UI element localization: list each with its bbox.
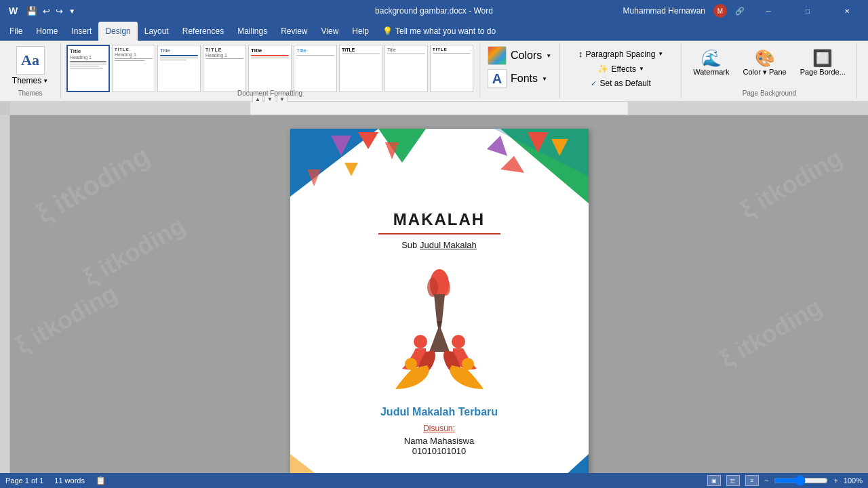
tab-references[interactable]: References: [176, 22, 231, 41]
theme-thumb-9[interactable]: TITLE: [430, 45, 473, 92]
maximize-button[interactable]: □: [792, 0, 823, 22]
tab-review[interactable]: Review: [274, 22, 314, 41]
tab-layout[interactable]: Layout: [138, 22, 176, 41]
theme-thumb-1[interactable]: Title Heading 1: [66, 45, 110, 92]
ribbon-group-colors-fonts: Colors ▼ A Fonts ▼: [479, 43, 560, 98]
themes-button[interactable]: Aa Themes ▼: [5, 45, 55, 87]
check-icon: ✓: [591, 79, 597, 88]
page-borders-button[interactable]: 🔲 Page Borde...: [795, 46, 851, 79]
undo-icon[interactable]: ↩: [43, 6, 50, 16]
status-left: Page 1 of 1 11 words 📋: [5, 476, 106, 485]
watermark-label: Watermark: [693, 68, 729, 76]
paragraph-spacing-label: Paragraph Spacing: [586, 49, 656, 59]
spelling-icon[interactable]: 📋: [96, 476, 106, 485]
colors-dropdown-icon: ▼: [546, 53, 551, 59]
effects-icon: ✨: [597, 64, 608, 74]
torch-svg: [378, 264, 500, 392]
theme-thumb-8[interactable]: Title: [384, 45, 428, 92]
doc-subtitle: Sub Judul Makalah: [317, 240, 561, 250]
ribbon-group-page-bg: 🌊 Watermark 🎨 Color ▾ Pane 🔲 Page Borde.…: [682, 43, 857, 98]
tab-home[interactable]: Home: [29, 22, 64, 41]
themes-group-label: Themes: [18, 89, 42, 97]
document-page: MAKALAH Sub Judul Makalah: [290, 129, 589, 473]
theme-thumb-3[interactable]: Title: [157, 45, 201, 92]
colors-icon: [488, 46, 507, 65]
watermark-bg-4: ξ itkoding: [736, 143, 848, 224]
zoom-slider[interactable]: [774, 475, 828, 486]
status-bar: Page 1 of 1 11 words 📋 ▣ ⊟ ≡ − + 100%: [0, 473, 868, 488]
svg-marker-28: [429, 325, 450, 352]
lightbulb-icon: 💡: [382, 26, 393, 36]
ruler-left: [0, 102, 10, 115]
username: Muhammad Hernawan: [623, 6, 705, 16]
page-color-label: Color ▾ Pane: [743, 68, 787, 77]
tell-label: Tell me what you want to do: [395, 26, 496, 36]
zoom-out-btn[interactable]: −: [764, 476, 768, 485]
zoom-in-btn[interactable]: +: [833, 476, 837, 485]
tab-view[interactable]: View: [315, 22, 346, 41]
ruler-main: [10, 102, 868, 115]
title-bar-center: background gambar.docx - Word: [375, 6, 493, 16]
theme-thumb-6[interactable]: Title: [294, 45, 337, 92]
page-borders-label: Page Borde...: [800, 68, 846, 76]
themes-label: Themes: [12, 76, 41, 85]
paragraph-spacing-button[interactable]: ↕ Paragraph Spacing ▼: [577, 47, 665, 60]
svg-rect-1: [10, 102, 250, 115]
ruler-svg: [10, 102, 868, 115]
ruler: [0, 102, 868, 115]
theme-thumb-5[interactable]: Title: [248, 45, 292, 92]
title-underline: [378, 233, 500, 235]
effects-button[interactable]: ✨ Effects ▼: [596, 62, 645, 75]
main-area: ξ itkoding ξ itkoding ξ itkoding ξ itkod…: [0, 115, 868, 473]
document-content: MAKALAH Sub Judul Makalah: [290, 129, 589, 473]
page-color-icon: 🎨: [755, 49, 775, 68]
fonts-icon: A: [488, 69, 507, 88]
logo-area: [378, 264, 500, 392]
tab-tell[interactable]: 💡 Tell me what you want to do: [376, 22, 502, 41]
tab-design[interactable]: Design: [98, 22, 137, 41]
minimize-button[interactable]: ─: [753, 0, 784, 22]
theme-thumb-4[interactable]: TITLE Heading 1: [203, 45, 246, 92]
watermark-button[interactable]: 🌊 Watermark: [688, 46, 734, 79]
svg-point-29: [414, 335, 427, 348]
page-bg-group-label: Page Background: [743, 89, 797, 97]
title-bar: W 💾 ↩ ↪ ▼ background gambar.docx - Word …: [0, 0, 868, 22]
document-canvas[interactable]: ξ itkoding ξ itkoding ξ itkoding ξ itkod…: [10, 115, 868, 473]
page-borders-icon: 🔲: [812, 49, 833, 68]
redo-icon[interactable]: ↪: [56, 6, 63, 16]
tab-help[interactable]: Help: [345, 22, 376, 41]
theme-thumb-7[interactable]: TITLE: [339, 45, 382, 92]
svg-rect-2: [628, 102, 868, 115]
svg-point-25: [442, 279, 450, 296]
word-count: 11 words: [54, 476, 85, 485]
doc-title: MAKALAH: [317, 210, 561, 229]
close-button[interactable]: ✕: [831, 0, 863, 22]
theme-thumb-2[interactable]: TITLE Heading 1: [112, 45, 155, 92]
web-layout-btn[interactable]: ⊟: [726, 475, 740, 486]
theme-thumbnails: Title Heading 1 TITLE Heading 1 Title: [66, 45, 473, 92]
tab-mailings[interactable]: Mailings: [231, 22, 274, 41]
themes-aa-icon: Aa: [21, 52, 39, 69]
themes-dropdown-icon: ▼: [43, 78, 48, 84]
set-default-button[interactable]: ✓ Set as Default: [589, 77, 652, 89]
page-color-button[interactable]: 🎨 Color ▾ Pane: [738, 46, 792, 79]
paragraph-spacing-dropdown-icon: ▼: [658, 51, 663, 57]
ribbon-tabs: File Home Insert Design Layout Reference…: [0, 22, 868, 41]
tab-file[interactable]: File: [3, 22, 29, 41]
paragraph-spacing-icon: ↕: [578, 49, 583, 59]
quicksave-icon[interactable]: 💾: [26, 6, 37, 16]
customize-icon[interactable]: ▼: [68, 7, 75, 15]
word-icon: W: [5, 4, 21, 18]
watermark-bg-3: ξ itkoding: [11, 279, 123, 359]
watermark-icon: 🌊: [701, 49, 722, 68]
watermark-bg-5: ξ itkoding: [715, 292, 827, 373]
colors-button[interactable]: Colors ▼: [485, 45, 554, 66]
tab-insert[interactable]: Insert: [64, 22, 98, 41]
read-mode-btn[interactable]: ≡: [745, 475, 759, 486]
watermark-bg-1: ξ itkoding: [31, 140, 155, 229]
fonts-button[interactable]: A Fonts ▼: [485, 68, 554, 89]
doc-nim: 01010101010: [317, 446, 561, 456]
print-layout-btn[interactable]: ▣: [707, 475, 721, 486]
status-right: ▣ ⊟ ≡ − + 100%: [707, 475, 863, 486]
share-icon[interactable]: 🔗: [735, 7, 745, 16]
